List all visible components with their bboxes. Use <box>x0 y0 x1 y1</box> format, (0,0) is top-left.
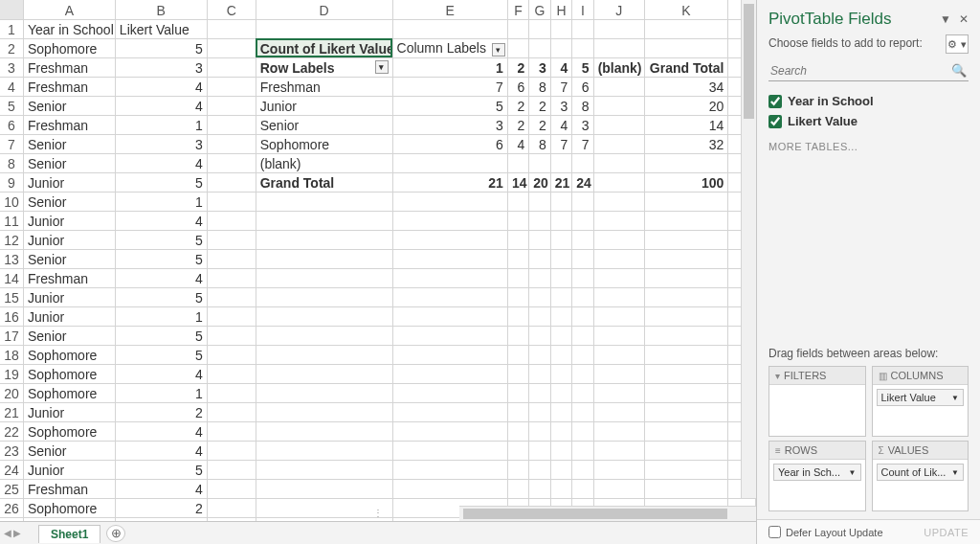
cell[interactable] <box>593 421 644 441</box>
cell[interactable] <box>207 77 256 96</box>
cell[interactable] <box>593 306 644 326</box>
cell[interactable] <box>550 479 571 498</box>
cell[interactable]: 2 <box>529 96 550 115</box>
cell[interactable] <box>593 230 644 249</box>
cell[interactable] <box>550 268 571 287</box>
cell[interactable]: 4 <box>550 115 571 134</box>
cell[interactable]: 15 <box>0 287 23 306</box>
field-chip[interactable]: Year in Sch...▼ <box>773 464 861 481</box>
cell[interactable] <box>644 479 728 498</box>
cell[interactable] <box>572 460 593 479</box>
cell[interactable] <box>207 421 256 441</box>
cell[interactable]: 4 <box>115 441 207 460</box>
cell[interactable] <box>550 345 571 364</box>
cell[interactable] <box>593 38 644 57</box>
cell[interactable] <box>593 402 644 421</box>
field-checkbox[interactable] <box>768 115 782 128</box>
cell[interactable] <box>550 421 571 441</box>
cell[interactable] <box>207 96 256 115</box>
cell[interactable] <box>207 38 256 57</box>
cell[interactable]: 5 <box>115 345 207 364</box>
cell[interactable]: Junior <box>23 287 115 306</box>
cell[interactable]: 2 <box>115 498 207 517</box>
spreadsheet-grid[interactable]: A B C D E F G H I J K 1Year in SchoolLik… <box>0 0 756 521</box>
cell[interactable]: 10 <box>0 192 23 211</box>
cell[interactable]: 5 <box>115 249 207 268</box>
cell[interactable] <box>207 57 256 77</box>
cell[interactable] <box>392 383 507 402</box>
cell[interactable] <box>572 421 593 441</box>
cell[interactable]: 2 <box>507 115 528 134</box>
cell[interactable] <box>593 153 644 172</box>
cell[interactable] <box>507 192 528 211</box>
pane-dropdown-icon[interactable]: ▼ <box>940 12 951 26</box>
cell[interactable] <box>593 211 644 230</box>
cell[interactable] <box>644 402 728 421</box>
cell[interactable] <box>507 479 528 498</box>
cell[interactable] <box>207 249 256 268</box>
field-row[interactable]: Likert Value <box>768 111 969 131</box>
cell[interactable] <box>593 115 644 134</box>
cell[interactable] <box>572 479 593 498</box>
cell[interactable] <box>529 421 550 441</box>
col-header[interactable]: A <box>23 0 115 19</box>
cell[interactable] <box>593 77 644 96</box>
field-chip[interactable]: Likert Value▼ <box>877 389 965 406</box>
cell[interactable]: Freshman <box>23 77 115 96</box>
cell[interactable] <box>392 479 507 498</box>
cell[interactable]: 8 <box>529 77 550 96</box>
cell[interactable]: 5 <box>0 96 23 115</box>
cell[interactable]: Freshman <box>23 57 115 77</box>
cell[interactable] <box>593 345 644 364</box>
cell[interactable]: Grand Total <box>644 57 728 77</box>
cell[interactable] <box>207 287 256 306</box>
cell[interactable]: 34 <box>644 77 728 96</box>
cell[interactable]: 1 <box>115 115 207 134</box>
cell[interactable] <box>207 402 256 421</box>
cell[interactable]: Freshman <box>23 268 115 287</box>
cell[interactable] <box>207 460 256 479</box>
cell[interactable]: 13 <box>0 249 23 268</box>
cell[interactable] <box>207 211 256 230</box>
cell[interactable]: Junior <box>256 96 392 115</box>
cell[interactable] <box>644 364 728 383</box>
cell[interactable]: Freshman <box>256 77 392 96</box>
cell[interactable] <box>644 441 728 460</box>
cell[interactable] <box>507 249 528 268</box>
cell[interactable] <box>644 306 728 326</box>
cell[interactable] <box>644 38 728 57</box>
cell[interactable]: 4 <box>550 57 571 77</box>
col-header[interactable]: H <box>550 0 571 19</box>
cell[interactable]: 1 <box>115 306 207 326</box>
cell[interactable]: 5 <box>115 326 207 345</box>
col-header[interactable]: K <box>644 0 728 19</box>
col-header[interactable]: G <box>529 0 550 19</box>
cell[interactable] <box>550 192 571 211</box>
cell[interactable] <box>507 402 528 421</box>
cell[interactable]: 2 <box>115 402 207 421</box>
cell[interactable]: 4 <box>115 268 207 287</box>
cell[interactable]: 5 <box>572 57 593 77</box>
cell[interactable] <box>644 345 728 364</box>
cell[interactable]: 5 <box>115 460 207 479</box>
cell[interactable]: 4 <box>115 96 207 115</box>
cell[interactable]: Row Labels ▾ <box>256 57 392 77</box>
cell[interactable] <box>593 460 644 479</box>
cell[interactable] <box>529 230 550 249</box>
cell[interactable] <box>207 172 256 192</box>
cell[interactable] <box>392 249 507 268</box>
cell[interactable] <box>256 383 392 402</box>
cell[interactable]: 32 <box>644 134 728 153</box>
cell[interactable] <box>593 287 644 306</box>
cell[interactable]: Senior <box>23 134 115 153</box>
cell[interactable] <box>644 383 728 402</box>
cell[interactable] <box>256 364 392 383</box>
field-search-input[interactable] <box>768 61 969 81</box>
cell[interactable] <box>550 249 571 268</box>
cell[interactable]: 20 <box>529 172 550 192</box>
cell[interactable] <box>256 326 392 345</box>
cell[interactable]: 21 <box>0 402 23 421</box>
cell[interactable] <box>256 287 392 306</box>
cell[interactable]: 3 <box>550 96 571 115</box>
cell[interactable] <box>392 287 507 306</box>
